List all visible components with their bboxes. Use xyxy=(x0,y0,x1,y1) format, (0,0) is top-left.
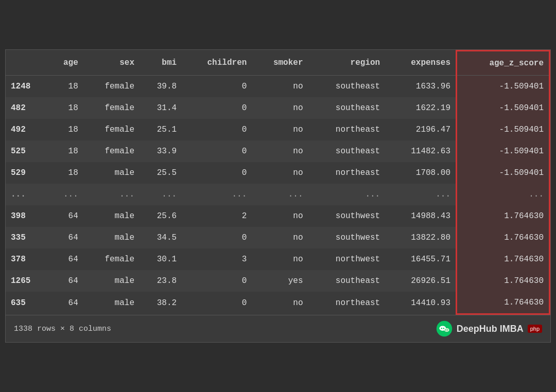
cell-expenses: 14410.93 xyxy=(385,292,456,314)
cell-region: northeast xyxy=(308,119,386,140)
cell-bmi: 33.9 xyxy=(140,140,182,162)
cell-sex: ... xyxy=(83,184,140,205)
cell-id: 1248 xyxy=(6,76,48,98)
table-row: 39864male25.62nosouthwest14988.431.76463… xyxy=(6,205,550,227)
col-header-bmi: bmi xyxy=(140,51,182,76)
cell-age: 64 xyxy=(48,292,83,314)
cell-sex: male xyxy=(83,162,140,184)
cell-age: 64 xyxy=(48,248,83,270)
cell-smoker: no xyxy=(252,248,308,270)
cell-region: southeast xyxy=(308,140,386,162)
cell-age: 64 xyxy=(48,227,83,248)
svg-point-6 xyxy=(447,329,448,330)
cell-expenses: 16455.71 xyxy=(385,248,456,270)
cell-age_z_score: 1.764630 xyxy=(457,292,550,314)
cell-bmi: 31.4 xyxy=(140,97,182,119)
cell-region: southeast xyxy=(308,270,386,292)
cell-age: 18 xyxy=(48,162,83,184)
cell-age: 64 xyxy=(48,205,83,227)
cell-id: 378 xyxy=(6,248,48,270)
cell-bmi: 30.1 xyxy=(140,248,182,270)
cell-age: 18 xyxy=(48,97,83,119)
cell-sex: male xyxy=(83,270,140,292)
cell-sex: male xyxy=(83,205,140,227)
cell-expenses: ... xyxy=(385,184,456,205)
cell-children: 0 xyxy=(182,119,252,140)
cell-id: 482 xyxy=(6,97,48,119)
cell-age_z_score: -1.509401 xyxy=(457,140,550,162)
cell-age_z_score: -1.509401 xyxy=(457,162,550,184)
cell-bmi: 25.5 xyxy=(140,162,182,184)
cell-sex: male xyxy=(83,227,140,248)
cell-region: northeast xyxy=(308,162,386,184)
cell-bmi: 23.8 xyxy=(140,270,182,292)
cell-children: 0 xyxy=(182,97,252,119)
cell-expenses: 1708.00 xyxy=(385,162,456,184)
cell-age_z_score: ... xyxy=(457,184,550,205)
row-count-label: 1338 rows × 8 columns xyxy=(14,325,111,333)
cell-smoker: no xyxy=(252,119,308,140)
cell-bmi: 25.6 xyxy=(140,205,182,227)
cell-smoker: no xyxy=(252,76,308,98)
table-row: 37864female30.13nonorthwest16455.711.764… xyxy=(6,248,550,270)
cell-age_z_score: -1.509401 xyxy=(457,76,550,98)
cell-expenses: 26926.51 xyxy=(385,270,456,292)
table-wrapper: age sex bmi children smoker region expen… xyxy=(6,50,550,315)
cell-sex: female xyxy=(83,76,140,98)
cell-children: 0 xyxy=(182,140,252,162)
cell-children: 0 xyxy=(182,227,252,248)
main-container: age sex bmi children smoker region expen… xyxy=(5,49,551,343)
table-row: ........................... xyxy=(6,184,550,205)
table-row: 48218female31.40nosoutheast1622.19-1.509… xyxy=(6,97,550,119)
svg-point-5 xyxy=(445,329,446,330)
table-row: 52518female33.90nosoutheast11482.63-1.50… xyxy=(6,140,550,162)
cell-children: 0 xyxy=(182,270,252,292)
table-header-row: age sex bmi children smoker region expen… xyxy=(6,51,550,76)
cell-age_z_score: 1.764630 xyxy=(457,227,550,248)
cell-bmi: ... xyxy=(140,184,182,205)
cell-region: ... xyxy=(308,184,386,205)
cell-smoker: ... xyxy=(252,184,308,205)
cell-sex: female xyxy=(83,97,140,119)
cell-expenses: 14988.43 xyxy=(385,205,456,227)
cell-age: 18 xyxy=(48,76,83,98)
table-row: 124818female39.80nosoutheast1633.96-1.50… xyxy=(6,76,550,98)
col-header-age: age xyxy=(48,51,83,76)
cell-children: 0 xyxy=(182,162,252,184)
data-table: age sex bmi children smoker region expen… xyxy=(6,50,550,315)
cell-sex: male xyxy=(83,292,140,314)
cell-id: ... xyxy=(6,184,48,205)
brand-area: DeepHub IMBA php xyxy=(436,320,542,337)
cell-region: southeast xyxy=(308,76,386,98)
cell-age_z_score: 1.764630 xyxy=(457,270,550,292)
cell-age: 18 xyxy=(48,119,83,140)
cell-children: 0 xyxy=(182,76,252,98)
col-header-smoker: smoker xyxy=(252,51,308,76)
cell-id: 398 xyxy=(6,205,48,227)
table-row: 33564male34.50nosouthwest13822.801.76463… xyxy=(6,227,550,248)
cell-bmi: 25.1 xyxy=(140,119,182,140)
cell-expenses: 2196.47 xyxy=(385,119,456,140)
col-header-expenses: expenses xyxy=(385,51,456,76)
cell-age_z_score: 1.764630 xyxy=(457,248,550,270)
cell-region: northeast xyxy=(308,292,386,314)
cell-id: 525 xyxy=(6,140,48,162)
cell-bmi: 38.2 xyxy=(140,292,182,314)
cell-region: southwest xyxy=(308,227,386,248)
cell-expenses: 1622.19 xyxy=(385,97,456,119)
cell-bmi: 34.5 xyxy=(140,227,182,248)
cell-id: 492 xyxy=(6,119,48,140)
cell-children: 3 xyxy=(182,248,252,270)
php-badge: php xyxy=(528,325,542,333)
cell-smoker: no xyxy=(252,227,308,248)
cell-smoker: no xyxy=(252,140,308,162)
cell-sex: female xyxy=(83,248,140,270)
cell-age: ... xyxy=(48,184,83,205)
cell-smoker: no xyxy=(252,292,308,314)
col-header-sex: sex xyxy=(83,51,140,76)
table-row: 52918male25.50nonortheast1708.00-1.50940… xyxy=(6,162,550,184)
cell-sex: female xyxy=(83,140,140,162)
col-header-age-z-score: age_z_score xyxy=(457,51,550,76)
cell-bmi: 39.8 xyxy=(140,76,182,98)
wechat-icon xyxy=(436,320,453,337)
